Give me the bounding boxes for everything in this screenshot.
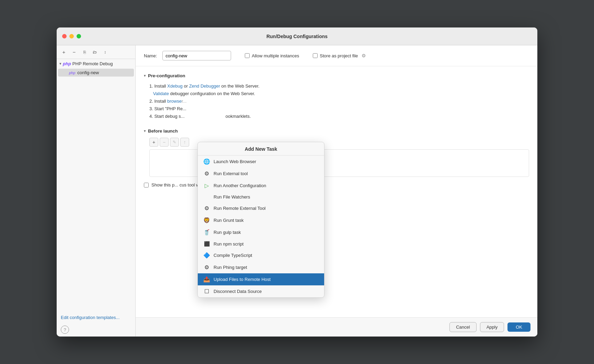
menu-item-label-run-external-tool: Run External tool [214,171,248,176]
gulp-icon: 🥤 [203,229,210,236]
before-launch-edit-button[interactable]: ✎ [170,138,179,147]
main-layout: + − ⎘ 🗁 ↕ ▾ php PHP Remote Debug php con… [57,45,537,337]
remote-tool-icon: ⚙ [203,205,210,212]
window-title: Run/Debug Configurations [266,34,328,39]
menu-item-launch-web-browser[interactable]: 🌐 Launch Web Browser [198,156,324,168]
apply-button[interactable]: Apply [480,322,504,332]
group-arrow-icon: ▾ [59,61,61,66]
menu-item-run-grunt-task[interactable]: 🦁 Run Grunt task [198,214,324,226]
menu-item-label-launch-web-browser: Launch Web Browser [214,159,256,164]
menu-item-compile-typescript[interactable]: 🔷 Compile TypeScript [198,249,324,261]
name-input[interactable] [162,51,231,60]
group-label: PHP Remote Debug [72,61,113,66]
menu-item-label-compile-typescript: Compile TypeScript [214,253,252,258]
php-config-icon: php [69,71,75,75]
sort-button[interactable]: ↕ [101,48,110,57]
validate-link[interactable]: Validate [153,91,169,96]
php-icon: php [63,61,71,66]
menu-item-label-run-gulp-task: Run gulp task [214,230,241,235]
menu-item-run-file-watchers[interactable]: Run File Watchers [198,192,324,202]
cancel-button[interactable]: Cancel [449,322,476,332]
remove-config-button[interactable]: − [70,48,79,57]
xdebug-link[interactable]: Xdebug [167,83,183,89]
preconfiguration-step3: 3. Start "PHP Re... [149,105,529,113]
menu-item-run-external-tool[interactable]: ⚙ Run External tool [198,168,324,180]
name-label: Name: [144,53,157,58]
phing-icon: ⚙ [203,264,210,271]
before-launch-header: ▾ Before launch [144,128,529,134]
sidebar-item-config-new[interactable]: php config-new [58,69,134,77]
store-project-group: Store as project file ⚙ [313,53,366,58]
before-launch-arrow[interactable]: ▾ [144,129,146,133]
menu-item-label-run-file-watchers: Run File Watchers [214,194,250,200]
config-body: ▾ Pre-configuration 1. Install Xdebug or… [136,66,537,317]
preconfiguration-validate: Validate debugger configuration on the W… [149,90,529,98]
show-panel-checkbox[interactable] [144,183,149,187]
menu-item-label-run-grunt-task: Run Grunt task [214,218,243,223]
before-launch-up-button[interactable]: ↑ [180,138,189,147]
main-window: Run/Debug Configurations + − ⎘ 🗁 ↕ ▾ php… [57,27,537,337]
copy-config-button[interactable]: ⎘ [80,48,89,57]
before-launch-remove-button[interactable]: − [160,138,169,147]
before-launch-title: Before launch [148,128,178,134]
grunt-icon: 🦁 [203,217,210,224]
preconfiguration-arrow[interactable]: ▾ [144,73,146,78]
dropdown-title: Add New Task [198,142,324,156]
add-config-button[interactable]: + [59,48,68,57]
menu-item-label-upload-files-remote-host: Upload Files to Remote Host [214,277,271,282]
ok-button[interactable]: OK [507,322,530,332]
menu-item-run-phing-target[interactable]: ⚙ Run Phing target [198,261,324,273]
upload-icon: 📤 [203,276,210,283]
menu-item-run-another-config[interactable]: ▷ Run Another Configuration [198,180,324,192]
menu-item-label-run-remote-external-tool: Run Remote External Tool [214,206,266,211]
menu-item-label-disconnect-data-source: Disconnect Data Source [214,289,262,294]
store-project-label: Store as project file [320,53,358,58]
sidebar: + − ⎘ 🗁 ↕ ▾ php PHP Remote Debug php con… [57,45,136,337]
disconnect-icon: ☐ [203,288,210,295]
close-button[interactable] [62,34,67,38]
maximize-button[interactable] [77,34,81,38]
menu-item-run-remote-external-tool[interactable]: ⚙ Run Remote External Tool [198,202,324,214]
preconfiguration-step2: 2. Install browser... [149,98,529,105]
edit-templates-link[interactable]: Edit configuration templates... [57,312,135,323]
menu-item-disconnect-data-source[interactable]: ☐ Disconnect Data Source [198,285,324,297]
store-project-checkbox[interactable] [313,53,318,58]
preconfiguration-section: ▾ Pre-configuration 1. Install Xdebug or… [144,73,529,120]
allow-multiple-group: Allow multiple instances [245,53,299,58]
preconfiguration-step4: 4. Start debug s... ookmarklets. [149,113,529,120]
config-header: Name: Allow multiple instances Store as … [136,45,537,66]
sidebar-toolbar: + − ⎘ 🗁 ↕ [57,45,135,59]
sidebar-group-php-remote-debug[interactable]: ▾ php PHP Remote Debug [57,59,135,68]
menu-item-upload-files-remote-host[interactable]: 📤 Upload Files to Remote Host [198,273,324,285]
wrench-icon: ⚙ [203,170,210,177]
browse-link[interactable]: browse [167,99,182,104]
sidebar-item-label: config-new [77,70,99,75]
typescript-icon: 🔷 [203,252,210,259]
menu-item-run-gulp-task[interactable]: 🥤 Run gulp task [198,226,324,238]
minimize-button[interactable] [69,34,74,38]
menu-item-label-run-another-config: Run Another Configuration [214,183,266,188]
content-area: Name: Allow multiple instances Store as … [136,45,537,337]
preconfiguration-title: Pre-configuration [148,73,185,78]
title-bar: Run/Debug Configurations [57,27,537,45]
help-button[interactable]: ? [61,326,69,334]
footer: Cancel Apply OK [136,317,537,337]
globe-icon: 🌐 [203,158,210,165]
zend-debugger-link[interactable]: Zend Debugger [189,83,220,89]
settings-icon[interactable]: ⚙ [362,53,366,58]
menu-item-label-run-npm-script: Run npm script [214,241,243,247]
play-icon: ▷ [203,182,210,189]
add-new-task-dropdown: Add New Task 🌐 Launch Web Browser ⚙ Run … [197,142,324,298]
folder-button[interactable]: 🗁 [90,48,99,57]
preconfiguration-step1: 1. Install Xdebug or Zend Debugger on th… [149,82,529,90]
traffic-lights [62,34,81,38]
preconfiguration-header: ▾ Pre-configuration [144,73,529,78]
allow-multiple-checkbox[interactable] [245,53,250,58]
npm-icon: ⬛ [203,241,210,247]
allow-multiple-label: Allow multiple instances [252,53,299,58]
menu-item-label-run-phing-target: Run Phing target [214,265,247,270]
menu-item-run-npm-script[interactable]: ⬛ Run npm script [198,238,324,249]
before-launch-add-button[interactable]: + [149,138,158,147]
